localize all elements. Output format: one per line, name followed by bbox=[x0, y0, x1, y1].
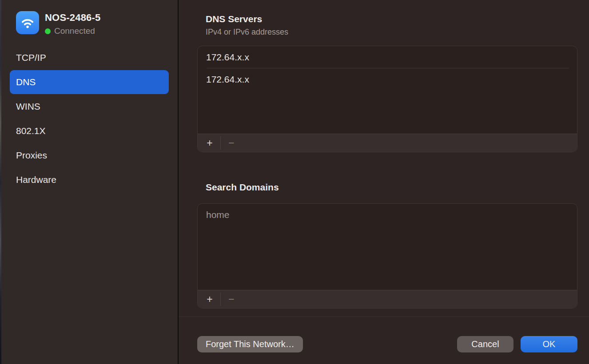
sidebar-item-8021x[interactable]: 802.1X bbox=[10, 119, 169, 143]
network-details-window: NOS-2486-5 Connected TCP/IP DNS WINS 802… bbox=[0, 0, 589, 364]
network-header: NOS-2486-5 Connected bbox=[0, 0, 178, 36]
search-domains-title: Search Domains bbox=[197, 182, 577, 193]
dns-servers-rows: 172.64.x.x 172.64.x.x bbox=[198, 46, 577, 134]
footer-divider bbox=[220, 293, 221, 306]
dns-servers-title: DNS Servers bbox=[197, 0, 577, 25]
dns-servers-footer: + − bbox=[198, 134, 577, 152]
sidebar: NOS-2486-5 Connected TCP/IP DNS WINS 802… bbox=[0, 0, 179, 364]
dns-server-entry[interactable]: 172.64.x.x bbox=[198, 46, 577, 68]
sidebar-nav: TCP/IP DNS WINS 802.1X Proxies Hardware bbox=[0, 46, 178, 192]
sidebar-item-dns[interactable]: DNS bbox=[10, 70, 169, 94]
window-edge-strip bbox=[0, 0, 1, 364]
sidebar-item-hardware[interactable]: Hardware bbox=[10, 168, 169, 192]
bottom-separator bbox=[179, 317, 589, 317]
dns-server-entry[interactable]: 172.64.x.x bbox=[198, 68, 577, 90]
add-search-domain-button[interactable]: + bbox=[201, 290, 218, 308]
network-name: NOS-2486-5 bbox=[45, 12, 101, 24]
remove-search-domain-button[interactable]: − bbox=[223, 290, 240, 308]
ok-button[interactable]: OK bbox=[521, 336, 577, 352]
forget-network-button[interactable]: Forget This Network… bbox=[197, 336, 303, 352]
action-button-row: Forget This Network… Cancel OK bbox=[197, 336, 577, 352]
network-status: Connected bbox=[45, 26, 101, 36]
wifi-icon bbox=[16, 11, 39, 34]
dns-servers-subtitle: IPv4 or IPv6 addresses bbox=[197, 27, 577, 37]
cancel-button[interactable]: Cancel bbox=[457, 336, 513, 352]
connected-status-dot-icon bbox=[45, 28, 51, 34]
remove-dns-server-button[interactable]: − bbox=[223, 134, 240, 152]
search-domains-rows: home bbox=[198, 204, 577, 290]
sidebar-item-proxies[interactable]: Proxies bbox=[10, 143, 169, 167]
search-domains-list: home + − bbox=[197, 203, 577, 309]
search-domain-entry[interactable]: home bbox=[198, 204, 577, 226]
network-info: NOS-2486-5 Connected bbox=[45, 11, 101, 36]
search-domains-footer: + − bbox=[198, 290, 577, 308]
add-dns-server-button[interactable]: + bbox=[201, 134, 218, 152]
sidebar-item-wins[interactable]: WINS bbox=[10, 95, 169, 119]
connected-status-label: Connected bbox=[54, 26, 95, 36]
dns-servers-list: 172.64.x.x 172.64.x.x + − bbox=[197, 46, 577, 152]
dns-panel: DNS Servers IPv4 or IPv6 addresses 172.6… bbox=[179, 0, 589, 364]
sidebar-item-tcpip[interactable]: TCP/IP bbox=[10, 46, 169, 70]
footer-divider bbox=[220, 136, 221, 150]
